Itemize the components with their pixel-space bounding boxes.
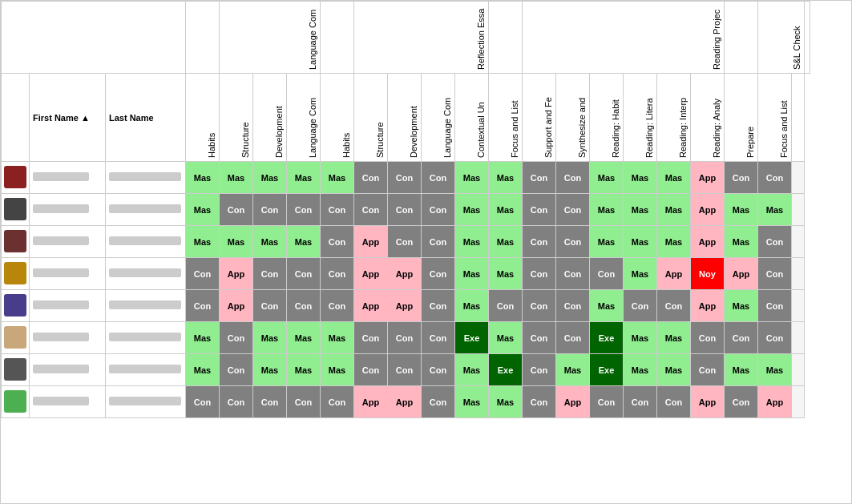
- data-cell[interactable]: Con: [523, 162, 556, 194]
- data-cell[interactable]: Con: [354, 354, 388, 386]
- data-cell[interactable]: Con: [253, 386, 287, 418]
- data-cell[interactable]: Mas: [287, 322, 321, 354]
- data-cell[interactable]: Mas: [590, 162, 624, 194]
- data-cell[interactable]: App: [691, 226, 725, 258]
- data-cell[interactable]: Mas: [556, 354, 590, 386]
- data-cell[interactable]: Con: [321, 194, 354, 226]
- data-cell[interactable]: Mas: [287, 226, 321, 258]
- data-cell[interactable]: Mas: [489, 162, 523, 194]
- data-cell[interactable]: Con: [388, 354, 422, 386]
- data-cell[interactable]: Con: [523, 258, 556, 290]
- data-cell[interactable]: Con: [556, 226, 590, 258]
- data-cell[interactable]: Mas: [657, 194, 691, 226]
- data-cell[interactable]: App: [691, 162, 725, 194]
- data-cell[interactable]: Mas: [186, 162, 220, 194]
- data-cell[interactable]: Con: [523, 354, 556, 386]
- data-cell[interactable]: Con: [624, 290, 657, 322]
- data-cell[interactable]: App: [691, 290, 725, 322]
- data-cell[interactable]: Con: [556, 258, 590, 290]
- data-cell[interactable]: Con: [657, 290, 691, 322]
- data-cell[interactable]: Exe: [590, 322, 624, 354]
- data-cell[interactable]: Con: [287, 386, 321, 418]
- data-cell[interactable]: Mas: [657, 322, 691, 354]
- data-cell[interactable]: Con: [220, 386, 253, 418]
- data-cell[interactable]: Con: [354, 162, 388, 194]
- data-cell[interactable]: App: [220, 290, 253, 322]
- data-cell[interactable]: Noy: [691, 258, 725, 290]
- table-row[interactable]: MasMasMasMasConAppConConMasMasConConMasM…: [2, 226, 810, 258]
- data-cell[interactable]: App: [354, 258, 388, 290]
- data-cell[interactable]: Con: [422, 354, 455, 386]
- data-cell[interactable]: Con: [725, 322, 758, 354]
- data-cell[interactable]: Con: [220, 322, 253, 354]
- data-cell[interactable]: Con: [523, 290, 556, 322]
- data-cell[interactable]: Con: [758, 322, 792, 354]
- table-row[interactable]: MasConMasMasMasConConConExeMasConConExeM…: [2, 322, 810, 354]
- data-cell[interactable]: App: [354, 290, 388, 322]
- data-cell[interactable]: Con: [287, 194, 321, 226]
- data-cell[interactable]: Con: [354, 194, 388, 226]
- data-cell[interactable]: Con: [388, 194, 422, 226]
- data-cell[interactable]: Con: [388, 162, 422, 194]
- data-cell[interactable]: Con: [321, 258, 354, 290]
- data-cell[interactable]: Mas: [253, 322, 287, 354]
- data-cell[interactable]: App: [691, 386, 725, 418]
- data-cell[interactable]: Mas: [489, 322, 523, 354]
- data-cell[interactable]: Con: [758, 162, 792, 194]
- data-cell[interactable]: App: [556, 386, 590, 418]
- data-cell[interactable]: Con: [220, 194, 253, 226]
- data-cell[interactable]: Mas: [186, 226, 220, 258]
- data-cell[interactable]: Mas: [657, 226, 691, 258]
- data-cell[interactable]: Mas: [321, 322, 354, 354]
- data-cell[interactable]: Con: [725, 162, 758, 194]
- data-cell[interactable]: Con: [321, 386, 354, 418]
- data-cell[interactable]: Mas: [725, 354, 758, 386]
- data-cell[interactable]: Mas: [455, 290, 489, 322]
- data-cell[interactable]: Exe: [590, 354, 624, 386]
- data-cell[interactable]: Con: [758, 226, 792, 258]
- data-cell[interactable]: Con: [624, 386, 657, 418]
- data-cell[interactable]: Con: [691, 322, 725, 354]
- data-cell[interactable]: Mas: [220, 162, 253, 194]
- data-cell[interactable]: Con: [758, 290, 792, 322]
- data-cell[interactable]: Mas: [758, 194, 792, 226]
- data-cell[interactable]: Mas: [455, 162, 489, 194]
- data-cell[interactable]: Mas: [657, 162, 691, 194]
- data-cell[interactable]: Mas: [253, 354, 287, 386]
- data-cell[interactable]: Mas: [590, 194, 624, 226]
- data-cell[interactable]: Con: [186, 290, 220, 322]
- data-cell[interactable]: Con: [388, 322, 422, 354]
- data-cell[interactable]: Mas: [489, 258, 523, 290]
- data-cell[interactable]: Con: [186, 386, 220, 418]
- data-cell[interactable]: Con: [321, 226, 354, 258]
- table-row[interactable]: MasMasMasMasMasConConConMasMasConConMasM…: [2, 162, 810, 194]
- data-cell[interactable]: App: [354, 226, 388, 258]
- data-cell[interactable]: App: [354, 386, 388, 418]
- data-cell[interactable]: Mas: [321, 162, 354, 194]
- table-row[interactable]: ConAppConConConAppAppConMasMasConConConM…: [2, 258, 810, 290]
- data-cell[interactable]: Mas: [624, 162, 657, 194]
- data-cell[interactable]: Con: [590, 386, 624, 418]
- data-cell[interactable]: Con: [590, 258, 624, 290]
- data-cell[interactable]: Con: [489, 290, 523, 322]
- data-cell[interactable]: Mas: [590, 226, 624, 258]
- data-cell[interactable]: Con: [287, 290, 321, 322]
- data-cell[interactable]: Con: [523, 322, 556, 354]
- data-cell[interactable]: Mas: [725, 194, 758, 226]
- table-row[interactable]: MasConConConConConConConMasMasConConMasM…: [2, 194, 810, 226]
- data-cell[interactable]: App: [388, 258, 422, 290]
- data-cell[interactable]: Con: [186, 258, 220, 290]
- data-cell[interactable]: Con: [321, 290, 354, 322]
- data-cell[interactable]: App: [388, 386, 422, 418]
- data-cell[interactable]: Mas: [321, 354, 354, 386]
- data-cell[interactable]: Con: [220, 354, 253, 386]
- table-row[interactable]: MasConMasMasMasConConConMasExeConMasExeM…: [2, 354, 810, 386]
- data-cell[interactable]: Mas: [590, 290, 624, 322]
- data-cell[interactable]: Con: [287, 258, 321, 290]
- table-row[interactable]: ConAppConConConAppAppConMasConConConMasC…: [2, 290, 810, 322]
- data-cell[interactable]: Mas: [287, 354, 321, 386]
- gradebook-table-wrapper[interactable]: Language Com Reflection Essa Reading Pro…: [0, 0, 852, 504]
- data-cell[interactable]: Con: [253, 258, 287, 290]
- firstname-header[interactable]: First Name ▲: [30, 74, 106, 162]
- data-cell[interactable]: Mas: [455, 226, 489, 258]
